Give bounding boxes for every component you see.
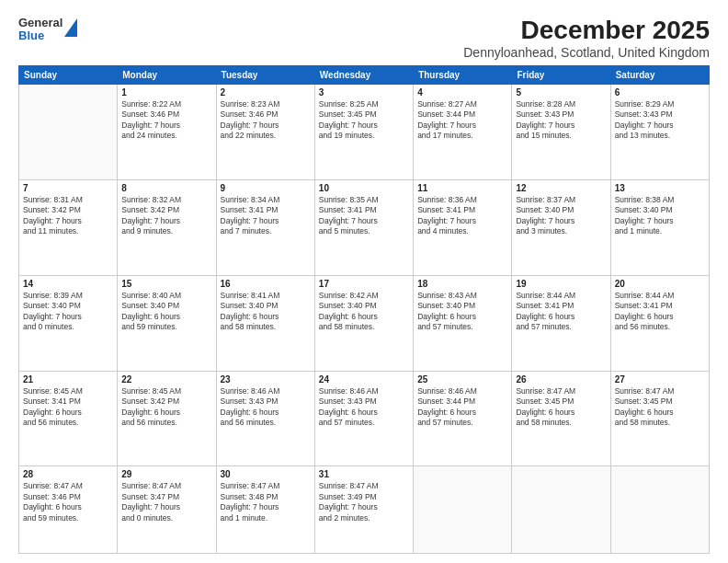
day-number: 26 <box>516 374 606 385</box>
day-info: Sunrise: 8:37 AM Sunset: 3:40 PM Dayligh… <box>516 195 606 237</box>
day-number: 29 <box>121 469 211 479</box>
day-number: 1 <box>121 87 211 98</box>
table-row: 20Sunrise: 8:44 AM Sunset: 3:41 PM Dayli… <box>610 275 709 371</box>
day-info: Sunrise: 8:35 AM Sunset: 3:41 PM Dayligh… <box>319 195 409 237</box>
day-number: 14 <box>23 279 113 289</box>
day-info: Sunrise: 8:31 AM Sunset: 3:42 PM Dayligh… <box>23 195 113 237</box>
table-row: 25Sunrise: 8:46 AM Sunset: 3:44 PM Dayli… <box>414 371 512 466</box>
table-row: 8Sunrise: 8:32 AM Sunset: 3:42 PM Daylig… <box>118 179 216 275</box>
day-info: Sunrise: 8:45 AM Sunset: 3:42 PM Dayligh… <box>121 386 211 429</box>
table-row: 3Sunrise: 8:25 AM Sunset: 3:45 PM Daylig… <box>314 84 413 179</box>
day-info: Sunrise: 8:45 AM Sunset: 3:41 PM Dayligh… <box>23 386 113 429</box>
day-info: Sunrise: 8:36 AM Sunset: 3:41 PM Dayligh… <box>417 195 507 237</box>
table-row: 23Sunrise: 8:46 AM Sunset: 3:43 PM Dayli… <box>216 371 314 466</box>
day-number: 9 <box>221 183 311 193</box>
logo-general: General <box>18 17 63 29</box>
table-row: 7Sunrise: 8:31 AM Sunset: 3:42 PM Daylig… <box>19 179 118 275</box>
table-row: 21Sunrise: 8:45 AM Sunset: 3:41 PM Dayli… <box>19 371 118 466</box>
day-info: Sunrise: 8:41 AM Sunset: 3:40 PM Dayligh… <box>221 291 311 333</box>
day-number: 16 <box>221 279 311 289</box>
day-info: Sunrise: 8:47 AM Sunset: 3:49 PM Dayligh… <box>319 481 409 523</box>
day-info: Sunrise: 8:43 AM Sunset: 3:40 PM Dayligh… <box>417 291 507 333</box>
table-row: 16Sunrise: 8:41 AM Sunset: 3:40 PM Dayli… <box>216 275 314 371</box>
day-number: 17 <box>319 279 409 289</box>
day-info: Sunrise: 8:38 AM Sunset: 3:40 PM Dayligh… <box>615 195 705 237</box>
day-number: 18 <box>417 279 507 289</box>
table-row <box>19 84 118 179</box>
table-row: 13Sunrise: 8:38 AM Sunset: 3:40 PM Dayli… <box>610 179 709 275</box>
table-row: 24Sunrise: 8:46 AM Sunset: 3:43 PM Dayli… <box>314 371 413 466</box>
day-number: 5 <box>516 87 606 98</box>
table-row: 27Sunrise: 8:47 AM Sunset: 3:45 PM Dayli… <box>610 371 709 466</box>
table-row: 2Sunrise: 8:23 AM Sunset: 3:46 PM Daylig… <box>216 84 314 179</box>
table-row: 14Sunrise: 8:39 AM Sunset: 3:40 PM Dayli… <box>19 275 118 371</box>
day-number: 15 <box>121 279 211 289</box>
calendar-week-4: 21Sunrise: 8:45 AM Sunset: 3:41 PM Dayli… <box>19 371 710 466</box>
day-info: Sunrise: 8:47 AM Sunset: 3:47 PM Dayligh… <box>121 481 211 523</box>
table-row: 17Sunrise: 8:42 AM Sunset: 3:40 PM Dayli… <box>314 275 413 371</box>
header-monday: Monday <box>118 65 216 84</box>
day-number: 24 <box>319 374 409 385</box>
table-row: 28Sunrise: 8:47 AM Sunset: 3:46 PM Dayli… <box>19 466 118 554</box>
day-info: Sunrise: 8:34 AM Sunset: 3:41 PM Dayligh… <box>221 195 311 237</box>
day-info: Sunrise: 8:22 AM Sunset: 3:46 PM Dayligh… <box>121 99 211 142</box>
day-info: Sunrise: 8:39 AM Sunset: 3:40 PM Dayligh… <box>23 291 113 333</box>
day-number: 25 <box>417 374 507 385</box>
day-info: Sunrise: 8:27 AM Sunset: 3:44 PM Dayligh… <box>417 99 507 142</box>
day-info: Sunrise: 8:47 AM Sunset: 3:48 PM Dayligh… <box>221 481 311 523</box>
day-number: 11 <box>417 183 507 193</box>
table-row: 22Sunrise: 8:45 AM Sunset: 3:42 PM Dayli… <box>118 371 216 466</box>
day-info: Sunrise: 8:32 AM Sunset: 3:42 PM Dayligh… <box>121 195 211 237</box>
table-row: 12Sunrise: 8:37 AM Sunset: 3:40 PM Dayli… <box>512 179 610 275</box>
header-sunday: Sunday <box>19 65 118 84</box>
calendar-week-2: 7Sunrise: 8:31 AM Sunset: 3:42 PM Daylig… <box>19 179 710 275</box>
day-info: Sunrise: 8:46 AM Sunset: 3:44 PM Dayligh… <box>417 386 507 429</box>
table-row: 6Sunrise: 8:29 AM Sunset: 3:43 PM Daylig… <box>610 84 709 179</box>
calendar-header-row: Sunday Monday Tuesday Wednesday Thursday… <box>19 65 710 84</box>
day-info: Sunrise: 8:23 AM Sunset: 3:46 PM Dayligh… <box>221 99 311 142</box>
table-row: 5Sunrise: 8:28 AM Sunset: 3:43 PM Daylig… <box>512 84 610 179</box>
table-row: 19Sunrise: 8:44 AM Sunset: 3:41 PM Dayli… <box>512 275 610 371</box>
calendar-week-3: 14Sunrise: 8:39 AM Sunset: 3:40 PM Dayli… <box>19 275 710 371</box>
header: General Blue December 2025 Dennyloanhead… <box>18 17 710 60</box>
table-row: 1Sunrise: 8:22 AM Sunset: 3:46 PM Daylig… <box>118 84 216 179</box>
calendar-title: December 2025 <box>463 17 710 45</box>
day-info: Sunrise: 8:47 AM Sunset: 3:46 PM Dayligh… <box>23 481 113 523</box>
title-block: December 2025 Dennyloanhead, Scotland, U… <box>463 17 710 60</box>
header-wednesday: Wednesday <box>314 65 413 84</box>
day-number: 12 <box>516 183 606 193</box>
page: General Blue December 2025 Dennyloanhead… <box>0 0 728 563</box>
table-row: 31Sunrise: 8:47 AM Sunset: 3:49 PM Dayli… <box>314 466 413 554</box>
table-row: 29Sunrise: 8:47 AM Sunset: 3:47 PM Dayli… <box>118 466 216 554</box>
table-row: 26Sunrise: 8:47 AM Sunset: 3:45 PM Dayli… <box>512 371 610 466</box>
table-row: 18Sunrise: 8:43 AM Sunset: 3:40 PM Dayli… <box>414 275 512 371</box>
day-number: 10 <box>319 183 409 193</box>
table-row <box>610 466 709 554</box>
header-tuesday: Tuesday <box>216 65 314 84</box>
day-info: Sunrise: 8:44 AM Sunset: 3:41 PM Dayligh… <box>615 291 705 333</box>
day-number: 7 <box>23 183 113 193</box>
calendar-week-1: 1Sunrise: 8:22 AM Sunset: 3:46 PM Daylig… <box>19 84 710 179</box>
header-saturday: Saturday <box>610 65 709 84</box>
table-row: 11Sunrise: 8:36 AM Sunset: 3:41 PM Dayli… <box>414 179 512 275</box>
day-number: 8 <box>121 183 211 193</box>
day-number: 28 <box>23 469 113 479</box>
calendar-subtitle: Dennyloanhead, Scotland, United Kingdom <box>463 45 710 60</box>
table-row <box>512 466 610 554</box>
day-info: Sunrise: 8:29 AM Sunset: 3:43 PM Dayligh… <box>615 99 705 142</box>
day-number: 30 <box>221 469 311 479</box>
day-number: 22 <box>121 374 211 385</box>
day-number: 20 <box>615 279 705 289</box>
day-number: 13 <box>615 183 705 193</box>
day-info: Sunrise: 8:25 AM Sunset: 3:45 PM Dayligh… <box>319 99 409 142</box>
table-row: 9Sunrise: 8:34 AM Sunset: 3:41 PM Daylig… <box>216 179 314 275</box>
day-info: Sunrise: 8:47 AM Sunset: 3:45 PM Dayligh… <box>516 386 606 429</box>
day-info: Sunrise: 8:28 AM Sunset: 3:43 PM Dayligh… <box>516 99 606 142</box>
day-number: 23 <box>221 374 311 385</box>
table-row: 10Sunrise: 8:35 AM Sunset: 3:41 PM Dayli… <box>314 179 413 275</box>
header-thursday: Thursday <box>414 65 512 84</box>
logo-blue: Blue <box>18 29 63 42</box>
day-info: Sunrise: 8:46 AM Sunset: 3:43 PM Dayligh… <box>221 386 311 429</box>
table-row: 15Sunrise: 8:40 AM Sunset: 3:40 PM Dayli… <box>118 275 216 371</box>
calendar-table: Sunday Monday Tuesday Wednesday Thursday… <box>18 65 710 554</box>
